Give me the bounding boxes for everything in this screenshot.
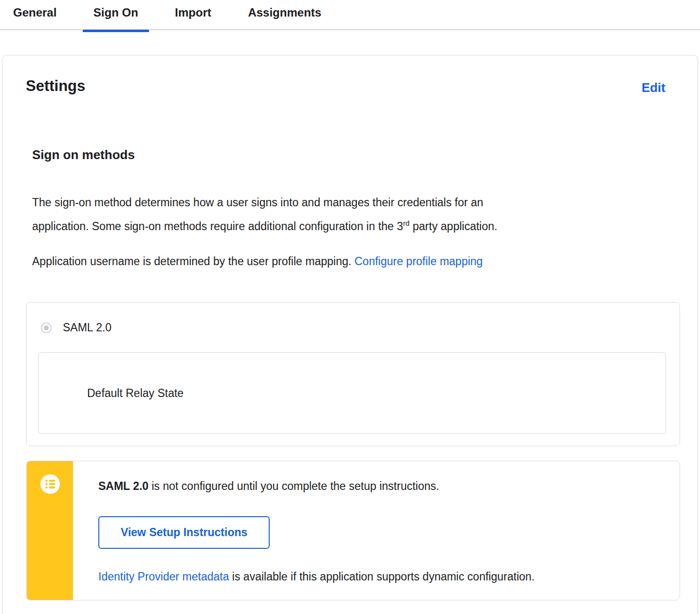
tab-sign-on[interactable]: Sign On <box>83 4 149 31</box>
notice-accent-bar <box>27 461 73 600</box>
username-mapping-text: Application username is determined by th… <box>32 255 354 268</box>
ordinal-superscript: rd <box>403 219 409 227</box>
settings-card: Settings Edit Sign on methods The sign-o… <box>2 55 698 614</box>
notice-title-rest: is not configured until you complete the… <box>148 480 439 492</box>
metadata-line: Identity Provider metadata is available … <box>98 570 534 583</box>
settings-card-header: Settings Edit <box>2 55 698 95</box>
saml-setup-notice: SAML 2.0 is not configured until you com… <box>26 461 680 600</box>
description-line-1: The sign-on method determines how a user… <box>32 196 483 209</box>
setup-list-icon <box>40 474 60 496</box>
saml-radio-button[interactable] <box>41 323 52 333</box>
view-setup-instructions-button[interactable]: View Setup Instructions <box>98 516 270 549</box>
notice-content: SAML 2.0 is not configured until you com… <box>73 461 544 600</box>
default-relay-state-label: Default Relay State <box>87 387 184 400</box>
notice-title: SAML 2.0 is not configured until you com… <box>98 479 534 493</box>
saml-radio-label: SAML 2.0 <box>63 321 111 334</box>
username-mapping-description: Application username is determined by th… <box>32 250 680 273</box>
sign-on-description: The sign-on method determines how a user… <box>32 191 680 238</box>
tab-assignments[interactable]: Assignments <box>237 4 332 31</box>
default-relay-state-field: Default Relay State <box>38 352 666 434</box>
identity-provider-metadata-link[interactable]: Identity Provider metadata <box>98 570 229 583</box>
edit-link[interactable]: Edit <box>642 80 665 95</box>
page-title: Settings <box>26 77 85 95</box>
configure-profile-mapping-link[interactable]: Configure profile mapping <box>354 255 482 268</box>
description-line-2: application. Some sign-on methods requir… <box>32 220 403 233</box>
tab-general[interactable]: General <box>2 4 67 31</box>
metadata-line-rest: is available if this application support… <box>229 570 534 583</box>
saml-method-box: SAML 2.0 Default Relay State <box>26 302 680 446</box>
notice-title-bold: SAML 2.0 <box>98 480 148 492</box>
app-tab-bar: General Sign On Import Assignments <box>0 0 700 30</box>
description-line-2-end: party application. <box>409 220 497 233</box>
saml-radio-row: SAML 2.0 <box>41 321 666 334</box>
settings-card-content: Sign on methods The sign-on method deter… <box>2 147 698 600</box>
tab-import[interactable]: Import <box>164 4 222 31</box>
sign-on-methods-heading: Sign on methods <box>32 147 680 163</box>
